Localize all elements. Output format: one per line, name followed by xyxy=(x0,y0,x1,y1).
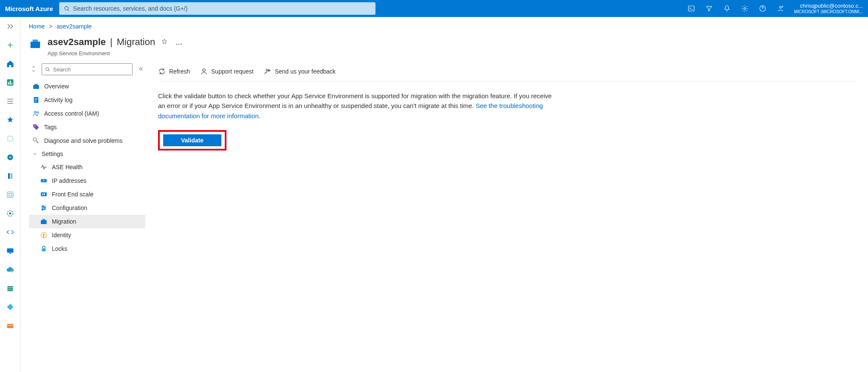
rail-service-4-icon[interactable] xyxy=(3,188,17,202)
svg-rect-7 xyxy=(8,82,9,85)
command-bar: Refresh Support request Send us your fee… xyxy=(158,63,858,82)
nav-item-overview[interactable]: Overview xyxy=(29,80,145,93)
cloud-shell-icon[interactable] xyxy=(683,0,700,17)
rail-service-1-icon[interactable] xyxy=(3,132,17,145)
rail-monitor-icon[interactable] xyxy=(3,244,17,258)
rail-service-5-icon[interactable] xyxy=(3,207,17,220)
nav-sort-icon[interactable] xyxy=(29,64,38,75)
nav-item-front-end-scale[interactable]: Front End scale xyxy=(29,187,145,201)
notifications-icon[interactable] xyxy=(718,0,735,17)
rail-service-2-icon[interactable] xyxy=(3,151,17,164)
svg-rect-16 xyxy=(8,193,11,196)
svg-rect-53 xyxy=(42,219,45,220)
dashboard-icon[interactable] xyxy=(3,76,17,89)
svg-rect-27 xyxy=(31,42,40,48)
svg-rect-14 xyxy=(10,173,12,179)
nav-label: Tags xyxy=(44,124,57,131)
svg-point-43 xyxy=(33,138,37,141)
nav-item-ase-health[interactable]: ASE Health xyxy=(29,160,145,174)
svg-rect-24 xyxy=(7,290,13,291)
rail-database-icon[interactable] xyxy=(3,281,17,295)
rail-cloud-icon[interactable] xyxy=(3,263,17,276)
activity-log-icon xyxy=(32,96,40,104)
svg-point-40 xyxy=(34,111,37,114)
feedback-person-icon[interactable] xyxy=(772,0,789,17)
breadcrumb-home[interactable]: Home xyxy=(29,23,45,30)
configuration-icon xyxy=(40,204,48,212)
breadcrumb: Home > asev2sample xyxy=(20,17,868,33)
resource-type-icon xyxy=(29,37,42,50)
rail-service-3-icon[interactable] xyxy=(3,169,17,183)
nav-search[interactable] xyxy=(42,63,133,75)
svg-rect-9 xyxy=(11,83,12,85)
nav-item-identity[interactable]: Identity xyxy=(29,228,145,242)
nav-label: Locks xyxy=(52,245,68,252)
nav-item-migration[interactable]: Migration xyxy=(29,215,145,228)
svg-rect-37 xyxy=(35,98,37,99)
svg-point-31 xyxy=(181,44,182,45)
svg-rect-39 xyxy=(35,101,37,101)
svg-point-51 xyxy=(42,209,43,210)
validate-button[interactable]: Validate xyxy=(163,134,221,146)
settings-icon[interactable] xyxy=(736,0,753,17)
migration-description: Click the validate button to check wheth… xyxy=(158,91,553,121)
nav-item-tags[interactable]: Tags xyxy=(29,120,145,134)
svg-rect-57 xyxy=(42,248,46,251)
svg-rect-13 xyxy=(8,173,10,179)
svg-rect-25 xyxy=(7,324,13,328)
svg-rect-35 xyxy=(34,84,38,85)
migration-icon xyxy=(40,218,48,225)
global-search-input[interactable] xyxy=(73,5,371,12)
nav-collapse-icon[interactable] xyxy=(136,64,145,75)
nav-label: ASE Health xyxy=(52,164,82,170)
cmd-label: Support request xyxy=(211,68,254,75)
svg-point-58 xyxy=(203,69,205,71)
nav-item-activity-log[interactable]: Activity log xyxy=(29,93,145,107)
create-resource-icon[interactable] xyxy=(3,38,17,52)
nav-item-diagnose[interactable]: Diagnose and solve problems xyxy=(29,134,145,148)
feedback-icon xyxy=(264,68,271,75)
all-services-icon[interactable] xyxy=(3,94,17,108)
nav-item-locks[interactable]: Locks xyxy=(29,242,145,256)
nav-item-access-control[interactable]: Access control (IAM) xyxy=(29,107,145,120)
feedback-button[interactable]: Send us your feedback xyxy=(264,68,336,75)
svg-point-18 xyxy=(9,213,11,214)
page-title-section: Migration xyxy=(117,37,155,48)
filter-icon[interactable] xyxy=(701,0,718,17)
home-icon[interactable] xyxy=(3,57,17,71)
breadcrumb-resource[interactable]: asev2sample xyxy=(57,23,92,30)
nav-label: Migration xyxy=(52,218,76,225)
rail-code-icon[interactable] xyxy=(3,225,17,239)
svg-line-33 xyxy=(48,70,50,71)
diagnose-icon xyxy=(32,137,40,145)
more-actions-icon[interactable] xyxy=(174,36,184,48)
nav-section-settings[interactable]: Settings xyxy=(29,148,145,160)
nav-item-ip-addresses[interactable]: IP IP addresses xyxy=(29,174,145,187)
favorite-star-icon[interactable] xyxy=(159,36,170,48)
svg-point-0 xyxy=(65,6,68,10)
svg-rect-23 xyxy=(7,288,13,289)
help-icon[interactable] xyxy=(754,0,771,17)
global-search[interactable] xyxy=(59,2,376,15)
nav-label: Activity log xyxy=(44,97,73,103)
rail-card-icon[interactable] xyxy=(3,319,17,332)
account-area[interactable]: chrisqpublic@contoso.c... MICROSOFT (MIC… xyxy=(789,3,868,14)
account-email: chrisqpublic@contoso.c... xyxy=(794,3,863,9)
nav-item-configuration[interactable]: Configuration xyxy=(29,201,145,215)
account-tenant: MICROSOFT (MICROSOFT.ONMI... xyxy=(794,9,863,14)
chevron-down-icon xyxy=(32,151,37,156)
expand-rail-icon[interactable] xyxy=(3,20,17,33)
support-request-button[interactable]: Support request xyxy=(200,68,254,75)
svg-point-42 xyxy=(34,125,35,126)
svg-point-12 xyxy=(9,156,11,159)
svg-point-5 xyxy=(780,6,782,9)
svg-point-29 xyxy=(176,44,178,45)
nav-label: Configuration xyxy=(52,204,87,211)
rail-diamond-icon[interactable] xyxy=(3,300,17,314)
favorites-star-icon[interactable] xyxy=(3,113,17,127)
svg-rect-48 xyxy=(44,193,45,195)
blade-header: asev2sample | Migration App Service Envi… xyxy=(20,33,868,63)
refresh-button[interactable]: Refresh xyxy=(158,68,190,75)
nav-search-input[interactable] xyxy=(53,66,130,73)
svg-rect-28 xyxy=(33,40,38,42)
